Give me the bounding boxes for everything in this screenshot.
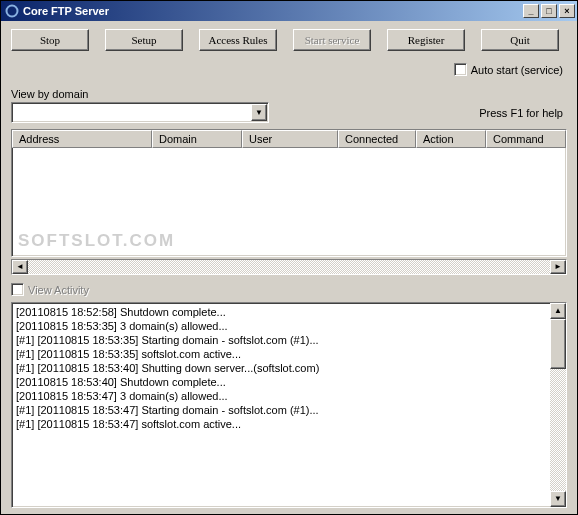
minimize-button[interactable]: _ — [523, 4, 539, 18]
domain-combo-input[interactable] — [12, 103, 250, 122]
log-vscroll[interactable]: ▲ ▼ — [550, 303, 566, 507]
start-service-button: Start service — [293, 29, 371, 51]
toolbar: Stop Setup Access Rules Start service Re… — [11, 29, 567, 51]
col-address[interactable]: Address — [12, 130, 152, 148]
client-area: Stop Setup Access Rules Start service Re… — [1, 21, 577, 514]
scroll-track-v[interactable] — [550, 369, 566, 491]
help-text: Press F1 for help — [479, 107, 567, 119]
maximize-button[interactable]: □ — [541, 4, 557, 18]
grid-header: Address Domain User Connected Action Com… — [12, 130, 566, 148]
domain-combo[interactable]: ▼ — [11, 102, 269, 123]
checkbox-box[interactable] — [454, 63, 467, 76]
auto-start-label: Auto start (service) — [471, 64, 563, 76]
combo-row: ▼ Press F1 for help — [11, 102, 567, 123]
grid-hscroll[interactable]: ◄ ► — [11, 259, 567, 275]
view-activity-row: View Activity — [11, 283, 567, 298]
col-user[interactable]: User — [242, 130, 338, 148]
window-title: Core FTP Server — [23, 5, 521, 17]
log-line: [20110815 18:53:40] Shutdown complete... — [16, 375, 546, 389]
col-connected[interactable]: Connected — [338, 130, 416, 148]
scroll-thumb[interactable] — [550, 319, 566, 369]
scroll-track[interactable] — [28, 260, 550, 274]
grid-body: SOFTSLOT.COM — [12, 148, 566, 256]
auto-start-checkbox[interactable]: Auto start (service) — [454, 63, 563, 76]
connections-grid: Address Domain User Connected Action Com… — [11, 129, 567, 257]
scroll-down-icon[interactable]: ▼ — [550, 491, 566, 507]
checkbox-box[interactable] — [11, 283, 24, 296]
register-button[interactable]: Register — [387, 29, 465, 51]
scroll-right-icon[interactable]: ► — [550, 260, 566, 274]
col-command[interactable]: Command — [486, 130, 566, 148]
log-line: [#1] [20110815 18:53:40] Shutting down s… — [16, 361, 546, 375]
setup-button[interactable]: Setup — [105, 29, 183, 51]
quit-button[interactable]: Quit — [481, 29, 559, 51]
col-domain[interactable]: Domain — [152, 130, 242, 148]
scroll-left-icon[interactable]: ◄ — [12, 260, 28, 274]
svg-point-0 — [7, 6, 18, 17]
watermark: SOFTSLOT.COM — [18, 231, 175, 251]
stop-button[interactable]: Stop — [11, 29, 89, 51]
log-line: [#1] [20110815 18:53:35] Starting domain… — [16, 333, 546, 347]
activity-log: [20110815 18:52:58] Shutdown complete...… — [11, 302, 567, 508]
titlebar[interactable]: Core FTP Server _ □ × — [1, 1, 577, 21]
close-button[interactable]: × — [559, 4, 575, 18]
log-line: [#1] [20110815 18:53:35] softslot.com ac… — [16, 347, 546, 361]
col-action[interactable]: Action — [416, 130, 486, 148]
log-line: [#1] [20110815 18:53:47] Starting domain… — [16, 403, 546, 417]
log-line: [20110815 18:53:35] 3 domain(s) allowed.… — [16, 319, 546, 333]
autostart-row: Auto start (service) — [11, 57, 567, 88]
app-icon — [5, 4, 19, 18]
view-by-domain-label: View by domain — [11, 88, 567, 100]
log-content[interactable]: [20110815 18:52:58] Shutdown complete...… — [12, 303, 550, 507]
app-window: Core FTP Server _ □ × Stop Setup Access … — [0, 0, 578, 515]
log-line: [20110815 18:52:58] Shutdown complete... — [16, 305, 546, 319]
chevron-down-icon[interactable]: ▼ — [251, 104, 267, 121]
view-activity-label: View Activity — [28, 284, 89, 296]
access-rules-button[interactable]: Access Rules — [199, 29, 277, 51]
log-line: [#1] [20110815 18:53:47] softslot.com ac… — [16, 417, 546, 431]
scroll-up-icon[interactable]: ▲ — [550, 303, 566, 319]
view-activity-checkbox[interactable]: View Activity — [11, 283, 89, 296]
log-line: [20110815 18:53:47] 3 domain(s) allowed.… — [16, 389, 546, 403]
